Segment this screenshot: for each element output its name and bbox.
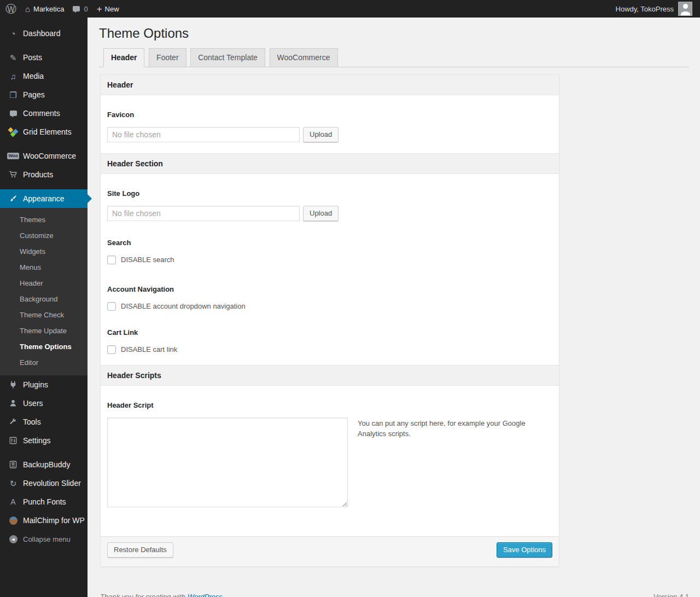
posts-pin-icon: ✎	[8, 54, 19, 62]
plus-icon: +	[97, 4, 102, 14]
sidebar-item-backupbuddy[interactable]: BackupBuddy	[0, 455, 88, 474]
comment-count: 0	[84, 5, 88, 13]
sidebar-item-users[interactable]: Users	[0, 394, 88, 413]
sidebar-subitem-theme-options[interactable]: Theme Options	[0, 339, 88, 355]
media-icon: ♫	[8, 72, 19, 80]
sidebar-item-label: Users	[23, 399, 43, 408]
sidebar-subitem-header[interactable]: Header	[0, 275, 88, 291]
tools-wrench-icon	[8, 418, 19, 426]
footer-thanks-text: Thank you for creating with	[100, 593, 185, 597]
tab-bar: Header Footer Contact Template WooCommer…	[99, 48, 689, 67]
wordpress-menu-button[interactable]: Ⓦ	[5, 3, 16, 14]
disable-search-checkbox[interactable]	[107, 256, 116, 264]
tab-woocommerce[interactable]: WooCommerce	[270, 48, 338, 67]
account-navigation-checkbox-row: DISABLE account dropdown navigation	[107, 302, 552, 311]
home-icon: ⌂	[25, 5, 30, 13]
wordpress-link[interactable]: WordPress.	[188, 593, 225, 597]
sidebar-subitem-menus[interactable]: Menus	[0, 259, 88, 275]
sidebar-item-collapse-menu[interactable]: ◀ Collapse menu	[0, 530, 88, 548]
sidebar-item-label: Pages	[23, 90, 45, 99]
disable-account-nav-label: DISABLE account dropdown navigation	[121, 302, 246, 310]
sidebar-item-punch-fonts[interactable]: A Punch Fonts	[0, 492, 88, 511]
favicon-upload-button[interactable]: Upload	[303, 127, 339, 142]
sidebar-item-label: BackupBuddy	[23, 460, 70, 469]
grid-elements-icon	[8, 127, 19, 136]
mailchimp-monkey-icon	[8, 517, 19, 525]
sidebar-item-label: Posts	[23, 53, 42, 62]
site-logo-file-input[interactable]	[107, 206, 300, 221]
sidebar-item-media[interactable]: ♫ Media	[0, 67, 88, 85]
sidebar-item-label: WooCommerce	[23, 152, 76, 160]
backupbuddy-icon	[8, 460, 19, 469]
sidebar-item-label: Comments	[23, 109, 60, 118]
sidebar-item-woocommerce[interactable]: Woo WooCommerce	[0, 147, 88, 165]
disable-cart-link-checkbox[interactable]	[107, 345, 116, 354]
restore-defaults-button[interactable]: Restore Defaults	[107, 542, 173, 558]
tab-contact-template[interactable]: Contact Template	[190, 48, 265, 67]
site-logo-upload-button[interactable]: Upload	[303, 206, 339, 221]
new-content-button[interactable]: + New	[97, 4, 119, 14]
site-name-link[interactable]: ⌂ Marketica	[25, 5, 64, 13]
tab-footer[interactable]: Footer	[149, 48, 186, 67]
howdy-account-link[interactable]: Howdy, TokoPress	[616, 5, 674, 13]
sidebar-item-comments[interactable]: Comments	[0, 104, 88, 123]
admin-bar-comments-link[interactable]: 0	[73, 5, 88, 13]
sidebar-item-products[interactable]: Products	[0, 165, 88, 184]
collapse-arrow-icon: ◀	[8, 535, 19, 543]
sidebar-item-label: Plugins	[23, 380, 48, 389]
page-footer: Thank you for creating with WordPress. V…	[99, 593, 689, 597]
sidebar-subitem-customize[interactable]: Customize	[0, 228, 88, 244]
search-label: Search	[107, 221, 552, 247]
admin-bar-right: Howdy, TokoPress	[616, 2, 692, 16]
sidebar-item-label: Media	[23, 72, 44, 80]
sidebar-item-revolution-slider[interactable]: ↻ Revolution Slider	[0, 474, 88, 492]
favicon-row: Upload	[107, 127, 552, 142]
admin-bar-left: Ⓦ ⌂ Marketica 0 + New	[5, 3, 128, 14]
sidebar-item-tools[interactable]: Tools	[0, 413, 88, 431]
section-header-section: Header Section	[101, 153, 559, 174]
sidebar-subitem-themes[interactable]: Themes	[0, 212, 88, 228]
section-body-header-scripts: Header Script You can put any script her…	[101, 386, 559, 536]
disable-account-nav-checkbox[interactable]	[107, 302, 116, 311]
sidebar-subitem-theme-update[interactable]: Theme Update	[0, 323, 88, 339]
user-avatar[interactable]	[678, 2, 692, 16]
tab-header[interactable]: Header	[103, 48, 144, 67]
favicon-label: Favicon	[107, 95, 552, 119]
new-label: New	[105, 5, 119, 13]
appearance-submenu: Themes Customize Widgets Menus Header Ba…	[0, 208, 88, 375]
comments-bubble-icon	[8, 111, 19, 116]
sidebar-subitem-widgets[interactable]: Widgets	[0, 244, 88, 259]
header-script-note: You can put any script here, for example…	[358, 418, 527, 439]
sidebar-subitem-editor[interactable]: Editor	[0, 355, 88, 370]
sidebar-item-mailchimp[interactable]: MailChimp for WP	[0, 511, 88, 530]
section-header-scripts: Header Scripts	[101, 365, 559, 386]
sidebar-item-label: Settings	[23, 436, 51, 445]
sidebar-subitem-theme-check[interactable]: Theme Check	[0, 307, 88, 323]
section-body-header: Favicon Upload	[101, 95, 559, 153]
sidebar-item-label: Collapse menu	[23, 535, 71, 543]
sidebar-item-label: MailChimp for WP	[23, 516, 85, 525]
header-script-textarea[interactable]	[107, 418, 348, 507]
punch-fonts-icon: A	[8, 498, 19, 506]
products-cart-icon	[8, 170, 19, 179]
sidebar-subitem-background[interactable]: Background	[0, 291, 88, 307]
dashboard-icon: ◔	[8, 30, 19, 38]
sidebar-item-pages[interactable]: ❐ Pages	[0, 85, 88, 104]
revolution-slider-icon: ↻	[8, 479, 19, 488]
disable-cart-link-label: DISABLE cart link	[121, 345, 177, 353]
save-options-button[interactable]: Save Options	[497, 542, 552, 558]
sidebar-item-grid-elements[interactable]: Grid Elements	[0, 123, 88, 141]
sidebar-item-appearance[interactable]: Appearance	[0, 189, 88, 208]
site-logo-row: Upload	[107, 206, 552, 221]
version-label: Version 4.1	[654, 593, 689, 597]
sidebar-item-plugins[interactable]: Plugins	[0, 375, 88, 394]
sidebar-item-settings[interactable]: Settings	[0, 431, 88, 450]
woocommerce-badge-icon: Woo	[8, 153, 19, 159]
admin-menu: ◔ Dashboard ✎ Posts ♫ Media ❐ Pages Comm…	[0, 18, 88, 548]
page-title: Theme Options	[99, 18, 689, 42]
sidebar-item-dashboard[interactable]: ◔ Dashboard	[0, 24, 88, 43]
plugins-plug-icon	[8, 380, 19, 389]
favicon-file-input[interactable]	[107, 127, 300, 142]
sidebar-item-label: Appearance	[23, 194, 65, 203]
sidebar-item-posts[interactable]: ✎ Posts	[0, 48, 88, 67]
